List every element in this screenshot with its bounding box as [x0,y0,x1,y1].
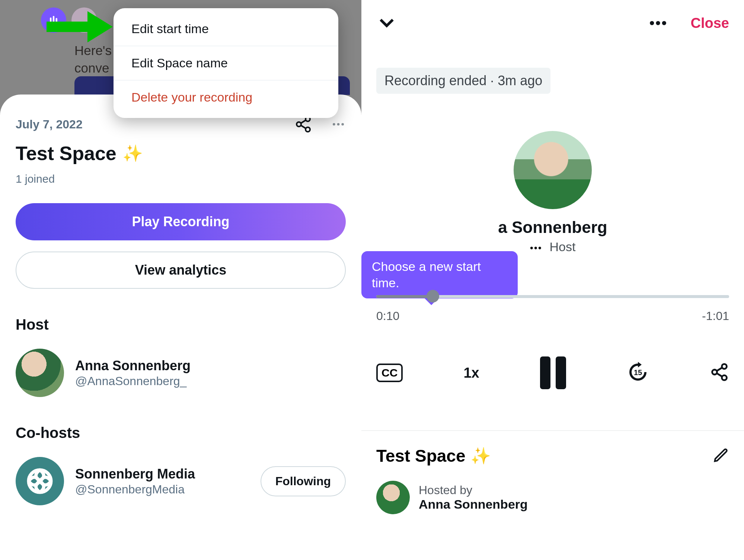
cohost-handle: @SonnenbergMedia [75,483,195,496]
inline-more-icon: ••• [530,242,542,253]
svg-point-12 [650,21,654,25]
current-time: 0:10 [376,309,399,323]
host-name: Anna Sonnenberg [75,358,191,374]
menu-edit-space-name[interactable]: Edit Space name [114,46,338,80]
svg-point-18 [722,375,727,380]
playback-slider[interactable]: Choose a new start time. [376,295,729,298]
svg-point-14 [662,21,666,25]
svg-line-6 [301,120,306,123]
sparkle-icon: ✨ [470,446,491,465]
space-title: Test Space [16,142,116,164]
playback-speed-button[interactable]: 1x [463,365,479,381]
svg-point-9 [337,123,340,126]
close-button[interactable]: Close [691,15,729,31]
svg-point-10 [341,123,344,126]
cohost-row[interactable]: Sonnenberg Media @SonnenbergMedia Follow… [16,457,346,505]
recording-status-badge: Recording ended · 3m ago [376,68,550,94]
start-time-tooltip: Choose a new start time. [361,251,518,298]
space-date: July 7, 2022 [16,118,294,131]
bg-text-line1: Here's [74,43,112,58]
joined-count: 1 joined [16,173,346,185]
bg-text-line2: conve [74,61,109,75]
right-screenshot: Close Recording ended · 3m ago a Sonnenb… [361,0,744,560]
slider-thumb[interactable] [427,290,439,303]
cohost-name: Sonnenberg Media [75,466,195,482]
space-detail-sheet: July 7, 2022 Test Space ✨ 1 joined Play … [0,95,361,560]
svg-point-13 [656,21,660,25]
background-peek-text: Here's conve [74,42,112,77]
space-title: Test Space [376,446,465,466]
cohosts-section-heading: Co-hosts [16,425,346,441]
share-icon[interactable] [294,115,312,133]
play-recording-button[interactable]: Play Recording [16,203,346,240]
captions-button[interactable]: CC [376,364,403,382]
cohost-avatar [16,457,64,505]
svg-point-17 [712,370,717,375]
following-button[interactable]: Following [261,466,346,496]
svg-line-20 [717,373,722,377]
sparkle-icon: ✨ [122,144,143,163]
edit-title-icon[interactable] [713,447,729,465]
host-section-heading: Host [16,316,346,333]
hosted-by-label: Hosted by [419,483,528,497]
overflow-menu: Edit start time Edit Space name Delete y… [114,8,338,118]
svg-text:15: 15 [634,368,642,377]
share-icon[interactable] [710,362,729,383]
host-large-avatar [514,131,592,209]
hosted-by-row[interactable]: Hosted by Anna Sonnenberg [376,481,729,514]
svg-line-19 [717,368,722,371]
chevron-down-icon[interactable] [376,12,397,34]
host-name-partial: a Sonnenberg [376,218,729,237]
host-handle: @AnnaSonnenberg_ [75,374,191,388]
view-analytics-button[interactable]: View analytics [16,252,346,289]
menu-delete-recording[interactable]: Delete your recording [114,80,338,114]
remaining-time: -1:01 [702,309,729,323]
host-avatar [16,349,64,397]
menu-edit-start-time[interactable]: Edit start time [114,12,338,46]
host-row[interactable]: Anna Sonnenberg @AnnaSonnenberg_ [16,349,346,397]
host-small-avatar [376,481,410,514]
skip-forward-15-button[interactable]: 15 [627,361,649,385]
left-screenshot: Here's conve Edit start time Edit Space … [0,0,361,560]
svg-point-4 [297,122,301,127]
host-name: Anna Sonnenberg [419,497,528,512]
svg-point-8 [333,123,335,126]
annotation-arrow [47,15,117,37]
more-icon[interactable] [648,13,668,33]
svg-line-7 [301,125,306,128]
svg-point-5 [306,127,310,132]
section-divider [361,430,744,431]
svg-point-16 [722,364,727,369]
pause-button[interactable] [540,356,566,389]
more-icon[interactable] [331,117,346,132]
